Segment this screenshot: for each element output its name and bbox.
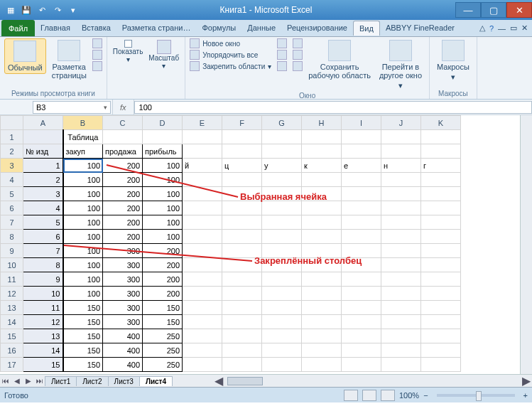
- cell-A7[interactable]: 5: [23, 215, 63, 230]
- cell[interactable]: [381, 201, 421, 215]
- cell[interactable]: [262, 343, 302, 358]
- page-layout-button[interactable]: Разметка страницы: [49, 38, 89, 81]
- row-header-14[interactable]: 14: [1, 315, 23, 329]
- cell-E3[interactable]: й: [183, 159, 222, 173]
- column-header-E[interactable]: E: [183, 116, 222, 130]
- cell-B12[interactable]: 100: [63, 287, 103, 301]
- cell-I3[interactable]: е: [342, 159, 381, 173]
- cell[interactable]: [262, 329, 302, 343]
- row-header-12[interactable]: 12: [1, 287, 23, 301]
- cell-D9[interactable]: 200: [143, 244, 183, 258]
- cell[interactable]: [421, 301, 461, 315]
- mdi-minimize-icon[interactable]: —: [498, 24, 506, 33]
- cell[interactable]: [342, 287, 381, 301]
- row-header-2[interactable]: 2: [1, 144, 23, 159]
- cell[interactable]: [342, 130, 381, 144]
- cell-B6[interactable]: 100: [63, 201, 103, 215]
- page-layout-status-button[interactable]: [362, 390, 376, 401]
- sheet-nav-next-icon[interactable]: ▶: [23, 377, 34, 385]
- cell[interactable]: [183, 329, 222, 343]
- page-break-status-button[interactable]: [381, 390, 395, 401]
- cell[interactable]: [421, 244, 461, 258]
- cell[interactable]: [183, 215, 222, 230]
- cell-A14[interactable]: 12: [23, 315, 63, 329]
- cell[interactable]: [262, 187, 302, 201]
- cell[interactable]: [342, 272, 381, 287]
- cell[interactable]: [381, 329, 421, 343]
- cell-A11[interactable]: 9: [23, 272, 63, 287]
- spreadsheet-grid[interactable]: ABCDEFGHIJK1Таблица2№ издзакуппродажапри…: [0, 115, 532, 387]
- cell-D5[interactable]: 100: [143, 187, 183, 201]
- sheet-nav-prev-icon[interactable]: ◀: [11, 377, 23, 385]
- cell-C12[interactable]: 300: [103, 287, 143, 301]
- zoom-button[interactable]: Масштаб▾: [147, 38, 180, 71]
- show-button[interactable]: Показать▾: [112, 38, 145, 65]
- cell[interactable]: [421, 144, 461, 159]
- arrange-all-button[interactable]: Упорядочить все: [190, 50, 271, 60]
- cell[interactable]: [222, 201, 262, 215]
- row-header-8[interactable]: 8: [1, 230, 23, 244]
- cell-D8[interactable]: 100: [143, 230, 183, 244]
- header-1[interactable]: закуп: [63, 144, 103, 159]
- cell[interactable]: [421, 287, 461, 301]
- file-tab[interactable]: Файл: [1, 20, 35, 36]
- row-header-10[interactable]: 10: [1, 258, 23, 272]
- cell-B9[interactable]: 100: [63, 244, 103, 258]
- cell[interactable]: [222, 244, 262, 258]
- sheet-nav-last-icon[interactable]: ⏭: [34, 377, 45, 385]
- save-icon[interactable]: 💾: [20, 4, 33, 16]
- cell-D15[interactable]: 250: [143, 329, 183, 343]
- cell[interactable]: [342, 230, 381, 244]
- redo-icon[interactable]: ↷: [51, 4, 64, 16]
- switch-window-button[interactable]: Перейти в другое окно▾: [376, 38, 425, 91]
- cell-B17[interactable]: 150: [63, 358, 103, 372]
- cell-C14[interactable]: 300: [103, 315, 143, 329]
- cell-A3[interactable]: 1: [23, 159, 63, 173]
- cell-B16[interactable]: 150: [63, 343, 103, 358]
- tab-abbyy finereader[interactable]: ABBYY FineReader: [380, 21, 460, 36]
- cell[interactable]: [222, 358, 262, 372]
- cell[interactable]: [381, 144, 421, 159]
- cell-D17[interactable]: 250: [143, 358, 183, 372]
- cell[interactable]: [342, 144, 381, 159]
- cell-C9[interactable]: 300: [103, 244, 143, 258]
- cell-A15[interactable]: 13: [23, 329, 63, 343]
- cell-A5[interactable]: 3: [23, 187, 63, 201]
- save-workspace-button[interactable]: Сохранить рабочую область: [305, 38, 374, 81]
- cell-C7[interactable]: 200: [103, 215, 143, 230]
- column-header-G[interactable]: G: [262, 116, 302, 130]
- row-header-11[interactable]: 11: [1, 272, 23, 287]
- cell[interactable]: [222, 144, 262, 159]
- tab-разметка страни…[interactable]: Разметка страни…: [116, 21, 197, 36]
- row-header-1[interactable]: 1: [1, 130, 23, 144]
- sheet-tab-Лист3[interactable]: Лист3: [108, 376, 140, 386]
- cell[interactable]: [381, 301, 421, 315]
- cell[interactable]: [302, 258, 342, 272]
- tab-вставка[interactable]: Вставка: [76, 21, 116, 36]
- cell[interactable]: [183, 187, 222, 201]
- cell-D11[interactable]: 200: [143, 272, 183, 287]
- cell-A13[interactable]: 11: [23, 301, 63, 315]
- cell-F3[interactable]: ц: [222, 159, 262, 173]
- cell-J3[interactable]: н: [381, 159, 421, 173]
- cell[interactable]: [342, 201, 381, 215]
- cell[interactable]: [222, 315, 262, 329]
- cell[interactable]: [222, 343, 262, 358]
- cell[interactable]: [103, 130, 143, 144]
- cell[interactable]: [183, 201, 222, 215]
- zoom-out-button[interactable]: −: [423, 391, 428, 400]
- close-button[interactable]: ✕: [506, 2, 532, 18]
- cell[interactable]: [421, 201, 461, 215]
- cell[interactable]: [381, 173, 421, 187]
- custom-views-button[interactable]: [92, 50, 102, 60]
- sheet-tab-Лист2[interactable]: Лист2: [76, 376, 108, 386]
- cell[interactable]: [183, 343, 222, 358]
- row-header-7[interactable]: 7: [1, 215, 23, 230]
- tab-главная[interactable]: Главная: [35, 21, 76, 36]
- cell[interactable]: [222, 301, 262, 315]
- cell[interactable]: [262, 287, 302, 301]
- cell-D4[interactable]: 100: [143, 173, 183, 187]
- cell[interactable]: [222, 258, 262, 272]
- cell[interactable]: [381, 287, 421, 301]
- cell-K3[interactable]: г: [421, 159, 461, 173]
